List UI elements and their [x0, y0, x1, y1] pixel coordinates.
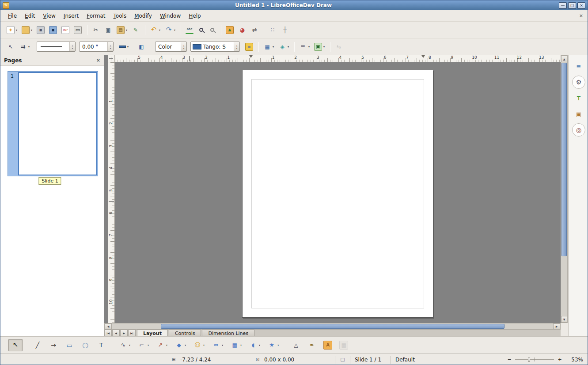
dropdown-arrow-icon[interactable]: ▾	[277, 343, 279, 346]
paste-button[interactable]: ▤▾	[115, 24, 129, 36]
menu-tools[interactable]: Tools	[110, 11, 131, 21]
flowchart-button[interactable]: ▦▾	[228, 339, 244, 351]
block-arrows-button[interactable]: ⇔▾	[209, 339, 226, 351]
redo-button[interactable]: ↷▾	[163, 24, 177, 36]
zoom-button[interactable]	[207, 24, 217, 36]
properties-button[interactable]: ⚙	[572, 76, 585, 89]
spinner-icon[interactable]: ▴▾	[181, 42, 186, 51]
drawing-page[interactable]	[242, 70, 433, 318]
slide-thumbnail[interactable]: 1	[8, 71, 98, 176]
symbol-shapes-button[interactable]: ☺▾	[190, 339, 207, 351]
dropdown-arrow-icon[interactable]: ▾	[273, 45, 274, 48]
arrow-style-button[interactable]: ⇉▾	[17, 41, 31, 53]
connector-button[interactable]: ⌐▾	[135, 339, 152, 351]
select-button[interactable]: ↖	[8, 339, 23, 351]
next-slide-button[interactable]: ▶	[120, 330, 128, 336]
scroll-right-icon[interactable]: ▶	[553, 323, 560, 329]
dropdown-arrow-icon[interactable]: ▾	[159, 28, 160, 31]
fill-type-select[interactable]: Color ▴▾	[155, 42, 187, 52]
horizontal-ruler[interactable]: 5432112345678910111213	[115, 55, 561, 62]
tab-dimension-lines[interactable]: Dimension Lines	[202, 330, 254, 336]
line-style-select[interactable]: ▴▾	[37, 42, 76, 52]
first-slide-button[interactable]: |◀	[104, 330, 112, 336]
menu-insert[interactable]: Insert	[60, 11, 83, 21]
page-style-cell[interactable]: Default	[391, 356, 483, 364]
previous-slide-button[interactable]: ◀	[112, 330, 120, 336]
shadow-button[interactable]: ▪	[243, 41, 255, 53]
dropdown-arrow-icon[interactable]: ▾	[129, 343, 130, 346]
cut-button[interactable]: ✂	[90, 24, 102, 36]
find-replace-button[interactable]	[196, 24, 206, 36]
area-button[interactable]: ◧	[136, 41, 147, 53]
fill-color-select[interactable]: Tango: S ▴▾	[190, 42, 240, 52]
scroll-up-icon[interactable]: ▲	[561, 56, 567, 62]
line-color-button[interactable]: ▾	[117, 41, 130, 53]
close-button[interactable]: ×	[577, 2, 585, 9]
dropdown-arrow-icon[interactable]: ▾	[28, 45, 30, 48]
scroll-left-icon[interactable]: ◀	[105, 323, 112, 329]
dropdown-arrow-icon[interactable]: ▾	[31, 28, 32, 31]
insert-image-button[interactable]: ▲	[224, 24, 235, 36]
print-button[interactable]: ▭	[72, 24, 83, 36]
undo-button[interactable]: ↶▾	[148, 24, 162, 36]
save-button[interactable]: ▪	[35, 24, 46, 36]
dropdown-arrow-icon[interactable]: ▾	[288, 45, 289, 48]
scroll-down-icon[interactable]: ▼	[561, 316, 567, 323]
margin-marker-icon[interactable]	[421, 55, 425, 58]
margin-marker-icon[interactable]	[249, 55, 253, 58]
close-panel-icon[interactable]: ×	[96, 57, 100, 63]
dropdown-arrow-icon[interactable]: ▾	[308, 45, 310, 48]
ellipse-button[interactable]: ◯	[78, 339, 92, 351]
edit-points-button[interactable]: ↖	[5, 41, 16, 53]
navigator-button[interactable]: ◎	[572, 123, 585, 137]
dropdown-arrow-icon[interactable]: ▾	[259, 343, 260, 346]
glue-points-button[interactable]: ✒	[305, 339, 319, 351]
titlebar[interactable]: ✎ Untitled 1 - LibreOfficeDev Draw —▢×	[0, 0, 588, 10]
crop-image-button[interactable]: ▦▾	[262, 41, 276, 53]
maximize-button[interactable]: ▢	[568, 2, 576, 9]
spinner-icon[interactable]: ▴▾	[234, 42, 239, 51]
dropdown-arrow-icon[interactable]: ▾	[203, 343, 205, 346]
lines-and-arrows-button[interactable]: ↗▾	[153, 339, 170, 351]
dropdown-arrow-icon[interactable]: ▾	[126, 28, 127, 31]
menu-help[interactable]: Help	[185, 11, 205, 21]
callouts-button[interactable]: ◖▾	[246, 339, 263, 351]
zoom-slider[interactable]	[515, 359, 554, 360]
dropdown-arrow-icon[interactable]: ▾	[323, 45, 325, 48]
menu-window[interactable]: Window	[156, 11, 185, 21]
copy-button[interactable]: ▣	[102, 24, 114, 36]
zoom-in-button[interactable]: +	[557, 357, 563, 362]
dropdown-arrow-icon[interactable]: ▾	[174, 28, 175, 31]
sidebar-settings-button[interactable]: ≡	[572, 60, 585, 73]
dropdown-arrow-icon[interactable]: ▾	[16, 28, 17, 31]
export-pdf-button[interactable]: PDF	[60, 24, 71, 36]
horizontal-scrollbar-thumb[interactable]	[161, 324, 505, 329]
zoom-slider-thumb[interactable]	[528, 357, 530, 362]
curve-button[interactable]: ∿▾	[116, 339, 133, 351]
open-button[interactable]: ▾	[20, 24, 34, 36]
minimize-button[interactable]: —	[559, 2, 567, 9]
menu-edit[interactable]: Edit	[21, 11, 39, 21]
line-ends-arrow-button[interactable]: →	[46, 339, 61, 351]
zoom-level[interactable]: 53%	[565, 357, 583, 363]
insert-text-box-button[interactable]: T	[94, 339, 108, 351]
save-as-button[interactable]: ▪	[47, 24, 59, 36]
dropdown-arrow-icon[interactable]: ▾	[127, 45, 129, 48]
display-grid-button[interactable]: ∷	[267, 24, 278, 36]
rectangle-button[interactable]: ▭	[62, 339, 76, 351]
helplines-while-moving-button[interactable]: ┼	[279, 24, 291, 36]
slide-thumbnail-page[interactable]	[18, 72, 97, 175]
dropdown-arrow-icon[interactable]: ▾	[240, 343, 242, 346]
horizontal-scrollbar[interactable]: ◀ ▶	[104, 323, 561, 330]
stars-banners-button[interactable]: ★▾	[265, 339, 281, 351]
arrange-button[interactable]: ▣▾	[312, 41, 326, 53]
tab-controls[interactable]: Controls	[169, 330, 201, 336]
menu-modify[interactable]: Modify	[130, 11, 156, 21]
insert-line-button[interactable]: ╱	[30, 339, 45, 351]
menu-view[interactable]: View	[39, 11, 59, 21]
spinner-icon[interactable]: ▴▾	[107, 42, 113, 51]
vertical-scrollbar-thumb[interactable]	[561, 63, 567, 256]
vertical-scrollbar[interactable]: ▲ ▼	[561, 55, 568, 323]
image-filter-button[interactable]: ◈▾	[277, 41, 291, 53]
vertical-ruler[interactable]: 12345678910	[108, 62, 115, 323]
